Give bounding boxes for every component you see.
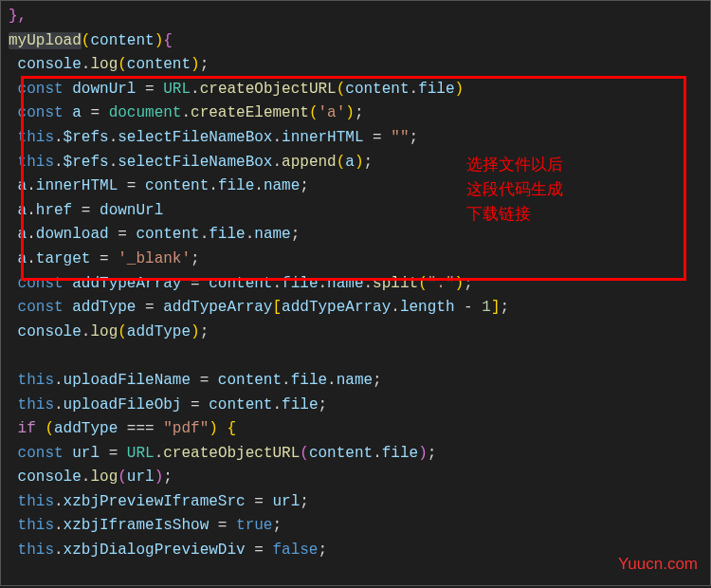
code-line[interactable]: console.log(content);	[9, 53, 702, 78]
code-token: target	[36, 250, 91, 267]
code-token: .	[200, 226, 210, 243]
code-token	[9, 101, 18, 126]
code-token: (	[45, 420, 54, 437]
code-token: .	[27, 226, 36, 243]
code-token	[9, 223, 18, 248]
code-line[interactable]: a.download = content.file.name;	[9, 223, 702, 248]
code-token: xzbjPreviewIframeSrc	[64, 493, 246, 510]
code-token: href	[36, 202, 72, 219]
code-line[interactable]: this.uploadFileName = content.file.name;	[9, 369, 702, 394]
code-token: ;	[200, 56, 210, 73]
code-line[interactable]: this.$refs.selectFileNameBox.append(a);	[9, 151, 702, 175]
code-token: "."	[428, 275, 455, 292]
code-token: .	[109, 154, 118, 171]
code-token: file	[418, 81, 454, 98]
code-token	[9, 248, 18, 272]
code-line[interactable]: const a = document.createElement('a');	[9, 101, 702, 126]
code-line[interactable]: const downUrl = URL.createObjectURL(cont…	[9, 78, 702, 102]
code-line[interactable]: this.xzbjPreviewIframeSrc = url;	[9, 490, 702, 515]
code-token	[9, 369, 18, 394]
code-token: ;	[501, 299, 510, 316]
code-token: selectFileNameBox	[118, 154, 272, 171]
code-token: this	[18, 129, 54, 146]
code-line[interactable]: a.innerHTML = content.file.name;	[9, 175, 702, 199]
code-token: addTypeArray	[72, 275, 181, 292]
code-token: this	[18, 517, 54, 534]
code-token: selectFileNameBox	[118, 129, 272, 146]
code-token: )	[455, 81, 465, 98]
code-token: xzbjDialogPreviewDiv	[64, 542, 246, 559]
code-line[interactable]: this.$refs.selectFileNameBox.innerHTML =…	[9, 126, 702, 151]
code-token: url	[72, 445, 100, 462]
code-token: .	[155, 445, 164, 462]
code-token	[9, 321, 18, 345]
code-token: .	[82, 469, 91, 486]
code-token: (	[118, 323, 127, 340]
code-token	[9, 272, 18, 297]
code-line[interactable]: this.uploadFileObj = content.file;	[9, 394, 702, 418]
code-token: {	[227, 420, 236, 437]
code-token: .	[54, 372, 64, 389]
code-token: .	[318, 275, 327, 292]
code-line[interactable]: a.href = downUrl	[9, 199, 702, 224]
code-token: this	[18, 542, 54, 559]
code-line[interactable]: myUpload(content){	[9, 29, 702, 54]
code-token: const	[18, 104, 64, 121]
code-token: .	[27, 177, 36, 194]
code-token: a	[345, 154, 355, 171]
code-token: downUrl	[100, 202, 163, 219]
code-line[interactable]: console.log(url);	[9, 466, 702, 490]
code-token: (	[118, 469, 127, 486]
code-token: innerHTML	[282, 129, 363, 146]
code-editor[interactable]: },myUpload(content){ console.log(content…	[0, 0, 711, 586]
code-line[interactable]: const url = URL.createObjectURL(content.…	[9, 442, 702, 467]
code-token: console	[18, 469, 82, 486]
code-token: )	[191, 323, 200, 340]
code-token: ;	[355, 104, 364, 121]
code-token: .	[327, 372, 337, 389]
code-line[interactable]: if (addType === "pdf") {	[9, 417, 702, 442]
code-token: ;	[291, 226, 301, 243]
code-token: =	[136, 299, 163, 316]
code-token: const	[18, 81, 64, 98]
code-token: =	[118, 177, 145, 194]
code-token	[9, 442, 18, 467]
code-token: ;	[364, 154, 374, 171]
code-line[interactable]	[9, 344, 702, 369]
code-token: =	[364, 129, 392, 146]
code-token: ;	[428, 445, 437, 462]
code-token: url	[272, 493, 300, 510]
code-token: .	[181, 104, 191, 121]
code-line[interactable]: console.log(addType);	[9, 321, 702, 345]
code-token: log	[90, 56, 118, 73]
code-line[interactable]: },	[9, 5, 702, 29]
code-token: file	[218, 177, 254, 194]
code-line[interactable]: a.target = '_blank';	[9, 248, 702, 272]
code-token: a	[18, 226, 27, 243]
code-token: append	[282, 154, 337, 171]
code-token	[9, 539, 18, 563]
code-token: =	[246, 493, 273, 510]
code-line[interactable]: const addTypeArray = content.file.name.s…	[9, 272, 702, 297]
code-token: =	[246, 542, 273, 559]
code-token: .	[391, 299, 400, 316]
code-token: =	[100, 445, 127, 462]
code-token: .	[373, 445, 382, 462]
code-token: split	[373, 275, 418, 292]
code-token: ;	[464, 275, 473, 292]
code-token: file	[382, 445, 418, 462]
code-token: =	[209, 517, 236, 534]
code-line[interactable]: this.xzbjDialogPreviewDiv = false;	[9, 539, 702, 563]
code-token: addType	[54, 420, 118, 437]
code-token: )	[209, 420, 218, 437]
code-token: this	[18, 493, 54, 510]
code-token: '_blank'	[118, 250, 191, 267]
code-line[interactable]: const addType = addTypeArray[addTypeArra…	[9, 296, 702, 321]
code-token	[9, 490, 18, 515]
code-token: .	[27, 250, 36, 267]
code-token: =	[181, 275, 209, 292]
code-token	[64, 275, 73, 292]
code-line[interactable]: this.xzbjIframeIsShow = true;	[9, 514, 702, 539]
code-token: createElement	[191, 104, 309, 121]
code-token: console	[18, 56, 82, 73]
